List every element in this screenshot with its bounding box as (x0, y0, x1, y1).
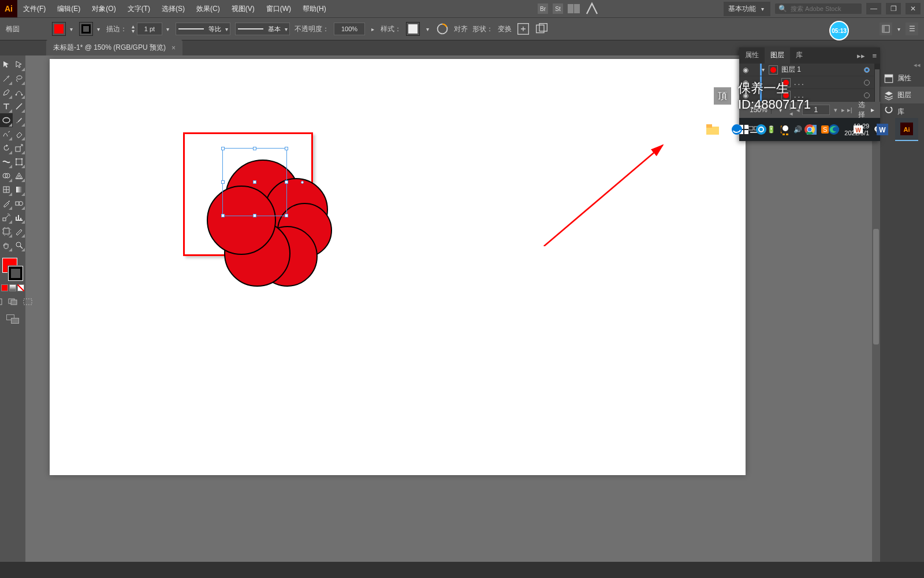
eraser-tool[interactable] (13, 127, 25, 141)
shape-panel-label[interactable]: 形状： (472, 24, 493, 34)
zoom-tool[interactable] (13, 238, 25, 252)
line-segment-tool[interactable] (13, 99, 25, 113)
stroke-weight-input[interactable] (137, 23, 162, 35)
taskbar-edge-icon[interactable] (822, 118, 845, 141)
fill-stroke-indicator[interactable] (1, 257, 24, 282)
menu-object[interactable]: 对象(O) (86, 0, 121, 17)
expand-toggle[interactable]: ▾ (762, 66, 769, 73)
chevron-right-icon[interactable]: ▸ (370, 26, 376, 32)
fill-control[interactable]: ▾ (52, 22, 74, 36)
target-icon[interactable] (862, 92, 872, 98)
transform-each-icon[interactable] (535, 22, 549, 36)
normal-color-chip[interactable] (1, 284, 8, 291)
lasso-tool[interactable] (13, 72, 25, 86)
taskbar-qq-icon[interactable] (774, 118, 797, 141)
gradient-chip[interactable] (9, 284, 16, 291)
column-graph-tool[interactable] (13, 210, 25, 224)
collapse-dock-icon[interactable]: ◂◂ (910, 60, 924, 70)
menu-help[interactable]: 帮助(H) (297, 0, 332, 17)
direct-selection-tool[interactable] (13, 58, 25, 72)
menu-view[interactable]: 视图(V) (226, 0, 260, 17)
collapse-panel-icon[interactable]: ▸▸ (854, 48, 869, 64)
type-tool[interactable] (0, 99, 13, 113)
align-label[interactable]: 对齐 (454, 24, 468, 34)
status-menu-icon[interactable]: ▸ (871, 106, 874, 114)
draw-inside-icon[interactable] (21, 295, 34, 309)
paintbrush-tool[interactable] (13, 113, 25, 127)
panel-tab-libraries[interactable]: 库 (790, 47, 808, 64)
menu-effect[interactable]: 效果(C) (191, 0, 226, 17)
dock-item-properties[interactable]: 属性 (880, 70, 924, 87)
window-close-button[interactable]: ✕ (906, 3, 921, 14)
hand-tool[interactable] (0, 238, 13, 252)
taskbar-wps-icon[interactable]: W (847, 118, 870, 141)
stock-search[interactable]: 🔍 (775, 3, 862, 14)
target-icon[interactable] (862, 80, 872, 86)
mesh-tool[interactable] (0, 183, 13, 197)
stock-icon[interactable]: St (553, 3, 563, 14)
selection-tool[interactable] (0, 58, 13, 72)
prefs-icon[interactable] (880, 23, 892, 35)
taskbar-qq-browser-icon[interactable] (750, 118, 773, 141)
blend-tool[interactable] (13, 197, 25, 210)
stroke-color-indicator[interactable] (8, 266, 23, 281)
menu-edit[interactable]: 编辑(E) (51, 0, 86, 17)
arrange-documents-icon[interactable] (568, 4, 580, 13)
recolor-icon[interactable] (435, 22, 449, 36)
dock-item-layers[interactable]: 图层 (880, 87, 924, 103)
panel-tab-properties[interactable]: 属性 (739, 47, 765, 64)
draw-behind-icon[interactable] (6, 295, 19, 309)
isolate-icon[interactable] (516, 22, 530, 36)
brush-definition[interactable]: 基本▾ (235, 23, 290, 35)
scale-tool[interactable] (13, 141, 25, 155)
window-maximize-button[interactable]: ❐ (886, 3, 901, 14)
eyedropper-tool[interactable] (0, 197, 13, 210)
last-artboard-icon[interactable]: ▸| (847, 106, 852, 114)
menu-window[interactable]: 窗口(W) (260, 0, 297, 17)
gradient-tool[interactable] (13, 183, 25, 197)
menu-type[interactable]: 文字(T) (122, 0, 156, 17)
draw-normal-icon[interactable] (0, 295, 4, 309)
ellipse-tool[interactable] (0, 113, 13, 127)
workspace-switcher[interactable]: 基本功能▾ (724, 2, 770, 16)
gpu-icon[interactable] (585, 2, 599, 16)
taskbar-illustrator-icon[interactable]: Ai (895, 118, 918, 141)
free-transform-tool[interactable] (13, 155, 25, 169)
width-tool[interactable] (0, 155, 13, 169)
target-icon[interactable] (862, 67, 872, 73)
opacity-input[interactable] (334, 23, 365, 35)
panel-menu-icon[interactable]: ≡ (869, 48, 880, 64)
window-minimize-button[interactable]: — (866, 3, 881, 14)
next-artboard-icon[interactable]: ▸ (841, 106, 845, 114)
menu-select[interactable]: 选择(S) (156, 0, 191, 17)
rotate-tool[interactable] (0, 141, 13, 155)
artboard-tool[interactable] (0, 224, 13, 238)
document-tab[interactable]: 未标题-1* @ 150% (RGB/GPU 预览) × (46, 40, 182, 55)
layer-name[interactable]: 图层 1 (778, 65, 862, 75)
stroke-weight-stepper[interactable]: ▴▾ ▾ (132, 23, 171, 35)
variable-width-profile[interactable]: 等比▾ (176, 23, 230, 35)
taskbar-chrome-icon[interactable] (798, 118, 821, 141)
magic-wand-tool[interactable] (0, 72, 13, 86)
taskbar-edge-legacy-icon[interactable] (725, 118, 748, 141)
menu-file[interactable]: 文件(F) (17, 0, 51, 17)
close-icon[interactable]: × (172, 44, 176, 52)
pen-tool[interactable] (0, 86, 13, 99)
chevron-down-icon[interactable]: ▾ (832, 106, 839, 114)
graphic-style-swatch[interactable] (406, 22, 420, 36)
screen-mode-icon[interactable] (6, 314, 19, 324)
shape-builder-tool[interactable] (0, 169, 13, 183)
layer-row-parent[interactable]: ◉ ▾ 图层 1 (739, 64, 880, 76)
slice-tool[interactable] (13, 224, 25, 238)
visibility-toggle[interactable]: ◉ (739, 66, 752, 74)
taskbar-explorer-icon[interactable] (701, 118, 724, 141)
perspective-grid-tool[interactable] (13, 169, 25, 183)
symbol-sprayer-tool[interactable] (0, 210, 13, 224)
none-chip[interactable] (17, 284, 24, 291)
stock-search-input[interactable] (791, 5, 854, 12)
bridge-icon[interactable]: Br (538, 3, 548, 14)
doc-setup-icon[interactable]: ☰ (906, 23, 918, 35)
curvature-tool[interactable] (13, 86, 25, 99)
transform-label[interactable]: 变换 (498, 24, 512, 34)
panel-tab-layers[interactable]: 图层 (765, 47, 790, 64)
